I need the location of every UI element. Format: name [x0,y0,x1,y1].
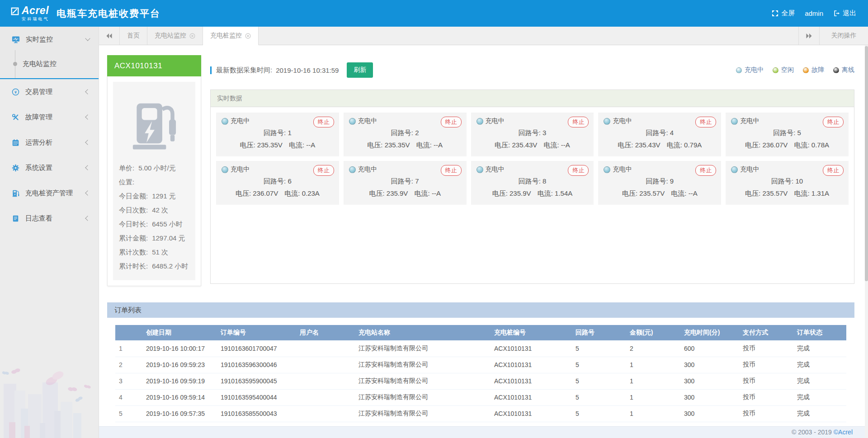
voltage-label: 电压: [622,189,637,197]
username[interactable]: admin [805,9,823,17]
footer-brand-link[interactable]: ©Acrel [834,429,853,436]
city-skyline-watermark [0,354,99,438]
order-station-name: 江苏安科瑞制造有限公司 [355,389,491,405]
vertical-scrollbar-thumb[interactable] [865,46,868,281]
order-column-header: 创建日期 [142,325,217,340]
order-column-header: 用户名 [296,325,355,340]
charging-status-dot-icon [222,118,228,125]
circuit-number-line: 回路号: 3 [476,129,589,137]
voltage-label: 电压: [618,141,633,149]
current-value: 0.79A [684,141,702,149]
circuit-number-label: 回路号: [519,177,541,185]
accent-bar [210,66,212,74]
sidebar-item-settings[interactable]: 系统设置 [0,155,99,180]
fullscreen-button[interactable]: 全屏 [772,9,795,18]
order-create-date: 2019-10-16 09:57:35 [142,405,217,422]
order-station-name: 江苏安科瑞制造有限公司 [355,373,491,389]
terminate-button[interactable]: 终止 [823,165,844,176]
terminate-button[interactable]: 终止 [441,117,462,127]
terminate-button[interactable]: 终止 [313,117,334,127]
current-value: 1.31A [811,189,829,197]
circuit-card: 充电中 终止 回路号: 5 电压: 236.07V 电流: 0.78A [726,113,849,156]
order-pay-method: 投币 [739,357,793,373]
circuit-vi-line: 电压: 235.9V 电流: --A [349,189,461,198]
sidebar-item-station-monitor[interactable]: 充电站监控 [0,52,99,75]
circuit-number-label: 回路号: [519,129,541,137]
order-duration: 300 [680,357,739,373]
tabs-scroll-right-button[interactable] [798,27,819,45]
sidebar-item-label: 实时监控 [26,35,53,44]
terminate-button[interactable]: 终止 [568,165,589,176]
sidebar-item-fault[interactable]: 故障管理 [0,104,99,130]
logout-button[interactable]: 退出 [833,9,856,18]
header-actions: 全屏 admin 退出 [772,9,856,18]
tab-close-icon[interactable] [245,33,251,39]
sidebar-item-pile-assets[interactable]: 充电桩资产管理 [0,180,99,206]
stat-label: 今日金额: [119,192,148,201]
orders-section-title: 订单列表 [107,302,854,318]
order-station-name: 江苏安科瑞制造有限公司 [355,357,491,373]
current-label: 电流: [544,141,559,149]
charging-status-dot-icon [731,118,738,125]
sidebar-item-realtime-monitor[interactable]: 实时监控 [0,27,99,52]
terminate-button[interactable]: 终止 [441,165,462,176]
terminate-button[interactable]: 终止 [568,117,589,127]
sidebar-item-transaction[interactable]: ¥ 交易管理 [0,79,99,104]
order-index-column [115,325,142,340]
order-status: 完成 [793,405,846,422]
tabs-scroll-left-button[interactable] [99,27,120,45]
terminate-button[interactable]: 终止 [313,165,334,176]
current-value: 1.54A [555,189,572,197]
charging-status-dot-icon [604,118,610,125]
terminate-button[interactable]: 终止 [695,165,716,176]
stat-value: 1297.04 元 [152,234,185,243]
refresh-button[interactable]: 刷新 [347,62,373,78]
order-column-header: 充电站名称 [355,325,491,340]
stat-label: 今日时长: [119,220,148,229]
current-value: 0.23A [302,189,320,197]
order-column-header: 充电桩编号 [491,325,572,340]
tab-station-monitor[interactable]: 充电站监控 [147,27,203,45]
sidebar: 实时监控 充电站监控 ¥ 交易管理 故障管理 运营分析 [0,27,99,438]
order-row-index: 3 [115,373,142,389]
station-stat-line: 今日时长: 6455 小时 [119,217,189,231]
circuit-number-line: 回路号: 1 [222,129,334,137]
orders-table: 创建日期 订单编号 用户名 充电站名称 充电桩编号 回路号 金额(元) 充电时间… [115,325,846,422]
sidebar-item-logs[interactable]: 日志查看 [0,206,99,231]
tab-close-icon[interactable] [189,33,195,39]
terminate-button[interactable]: 终止 [823,117,844,127]
current-value: 0.78A [811,141,829,149]
logout-icon [833,10,840,17]
tab-label: 首页 [127,32,140,40]
analysis-icon [12,139,19,146]
order-pay-method: 投币 [739,405,793,422]
circuit-number-value: 1 [288,129,291,137]
circuit-vi-line: 电压: 236.07V 电流: 0.78A [731,141,843,150]
legend-status-dot-icon [803,67,809,73]
charging-pump-illustration [119,86,189,161]
voltage-value: 235.57V [639,189,665,197]
order-amount: 1 [626,373,680,389]
terminate-button[interactable]: 终止 [695,117,716,127]
circuit-number-value: 4 [670,129,674,137]
tab-home[interactable]: 首页 [120,27,147,45]
order-row-index: 5 [115,405,142,422]
current-label: 电流: [667,141,682,149]
order-create-date: 2019-10-16 10:00:17 [142,340,217,357]
tab-pile-monitor[interactable]: 充电桩监控 [203,27,259,45]
close-operations-button[interactable]: 关闭操作 [819,27,868,45]
order-amount: 1 [626,389,680,405]
realtime-section-title: 实时数据 [211,90,854,107]
acrel-logo: Acrel 安科瑞电气 [11,5,49,21]
transaction-icon: ¥ [12,88,19,96]
sidebar-item-analysis[interactable]: 运营分析 [0,130,99,155]
sidebar-item-label: 故障管理 [25,113,52,122]
circuit-vi-line: 电压: 235.57V 电流: --A [604,189,716,198]
collect-time-row: 最新数据采集时间: 2019-10-16 10:31:59 刷新 充电中 空闲 … [210,61,854,80]
charging-status-dot-icon [476,118,483,125]
charging-status-dot-icon [476,166,483,173]
voltage-value: 235.43V [635,141,660,149]
order-circuit: 5 [572,373,626,389]
vertical-scrollbar-track[interactable] [865,45,868,438]
sidebar-item-label: 系统设置 [25,164,52,172]
